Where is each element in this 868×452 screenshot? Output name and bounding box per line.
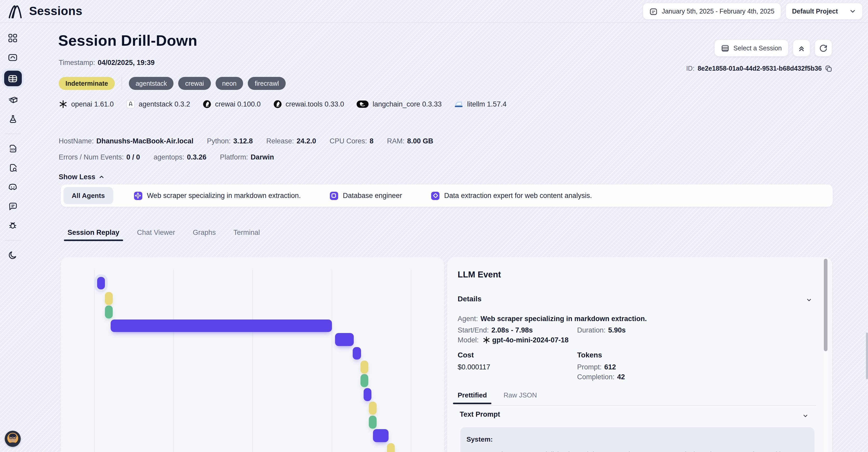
replay-event-bar[interactable] [369,401,377,415]
agent-filter-data-extraction[interactable]: Data extraction expert for web content a… [431,191,592,200]
dark-mode-toggle[interactable] [4,247,22,263]
replay-event-bar[interactable] [369,416,377,429]
replay-event-bar[interactable] [387,443,395,452]
replay-event-bar[interactable] [353,347,361,360]
completion-tokens-row: Completion:42 [577,373,625,381]
tab-raw-json[interactable]: Raw JSON [504,391,537,404]
session-drilldown-page: Sessions January 5th, 2025 - February 4t… [0,0,868,452]
tab-terminal[interactable]: Terminal [234,229,260,241]
agents-filter-bar: All Agents Web scraper specializing in m… [61,184,833,207]
doc-file-icon: DOC [7,143,18,154]
sidebar-item-overview[interactable] [4,49,22,65]
date-range-picker[interactable]: January 5th, 2025 - February 4th, 2025 [643,3,781,20]
calendar-icon [649,7,658,15]
agent-filter-web-scraper[interactable]: Web scraper specializing in markdown ext… [134,191,301,200]
app-title: Sessions [29,4,82,18]
project-label: Default Project [792,7,838,15]
tokens-label: Tokens [577,351,602,359]
timestamp-value: 04/02/2025, 19:39 [98,59,155,66]
id-label: ID: [686,65,694,72]
agent-square-icon [330,191,338,200]
page-title: Session Drill-Down [58,32,197,49]
details-chevron-down-icon[interactable] [806,297,812,303]
copy-icon[interactable] [825,65,832,72]
replay-event-bar[interactable] [335,333,354,346]
discord-icon [7,182,18,192]
sidebar-item-dashboard[interactable] [4,30,22,46]
sidebar-item-logs-search[interactable] [4,160,22,176]
tab-chat-viewer[interactable]: Chat Viewer [137,229,175,241]
package-litellm: litellm 1.57.4 [454,100,507,108]
replay-chart [61,257,444,452]
tab-graphs[interactable]: Graphs [193,229,216,241]
sidebar-item-sessions[interactable] [4,71,22,86]
avatar-photo [5,431,21,447]
packages-row: openai 1.61.0 agentstack 0.3.2 crewai 0.… [59,100,506,109]
cost-value: $0.000117 [458,363,490,371]
project-select[interactable]: Default Project [785,3,863,20]
tags-row: Indeterminate agentstack crewai neon fir… [59,77,286,90]
litellm-train-icon [454,100,464,108]
session-replay-chart-card [61,257,444,452]
replay-event-bar[interactable] [364,388,371,401]
session-id-line: ID: 8e2e1858-01a0-44d2-9531-b68d432f5b36 [686,65,832,72]
package-crewai: crewai 0.100.0 [203,100,261,109]
sidebar-item-feedback[interactable] [4,199,22,214]
replay-event-bar[interactable] [105,292,113,305]
session-tag: firecrawl [248,77,286,90]
agent-filter-database-engineer[interactable]: Database engineer [330,191,402,200]
replay-event-bar[interactable] [361,361,368,373]
duration-row: Duration:5.90s [577,326,626,334]
package-box-icon [7,95,18,105]
sidebar-item-docs[interactable]: DOC [4,141,22,156]
sidebar-item-bug-report[interactable] [4,218,22,233]
replay-event-bar[interactable] [97,277,105,290]
view-tabs: Prettified Raw JSON [458,391,537,404]
show-less-toggle[interactable]: Show Less [59,173,105,181]
replay-event-bar[interactable] [105,305,113,319]
timestamp-line: Timestamp:04/02/2025, 19:39 [59,59,155,66]
prompt-tokens-row: Prompt:612 [577,363,616,371]
system-label: System: [466,435,808,443]
grid-icon [8,33,18,43]
agent-diamond-icon [431,191,439,200]
left-sidebar: DOC [0,23,26,452]
event-panel-scrollbar-thumb[interactable] [824,259,828,351]
session-tag: neon [215,77,243,90]
chat-bubble-icon [7,201,18,211]
system-info-row-1: HostName:Dhanushs-MacBook-Air.local Pyth… [59,137,433,145]
select-session-button[interactable]: Select a Session [714,39,788,57]
event-title: LLM Event [458,270,501,279]
tab-prettified[interactable]: Prettified [458,391,487,404]
user-avatar[interactable] [5,431,21,447]
timestamp-label: Timestamp: [59,59,95,66]
text-prompt-chevron-down-icon[interactable] [802,413,809,419]
tab-session-replay[interactable]: Session Replay [67,229,120,241]
double-chevron-up-icon [798,44,805,52]
replay-event-bar[interactable] [361,374,368,387]
agentstack-icon [126,100,135,109]
top-header: Sessions January 5th, 2025 - February 4t… [0,0,868,23]
brand[interactable]: Sessions [6,2,82,20]
system-info-row-2: Errors / Num Events:0 / 0 agentops:0.3.2… [59,153,274,161]
refresh-button[interactable] [814,39,832,57]
date-range-label: January 5th, 2025 - February 4th, 2025 [662,7,775,15]
sidebar-item-experiments[interactable] [4,111,22,127]
collapse-button[interactable] [793,39,810,57]
sidebar-item-deploy[interactable] [4,92,22,108]
view-tabs-border [458,405,816,406]
package-openai: openai 1.61.0 [59,100,114,109]
agent-cross-icon [134,191,142,200]
sidebar-item-discord[interactable] [4,179,22,195]
agent-row: Agent:Web scraper specializing in markdo… [458,315,647,323]
session-tag: agentstack [129,77,174,90]
package-crewai-tools: crewai.tools 0.33.0 [273,100,344,109]
crewai-tools-icon [273,100,282,109]
model-row: Model: gpt-4o-mini-2024-07-18 [458,336,568,344]
replay-event-bar[interactable] [111,320,332,332]
replay-event-bar[interactable] [373,429,389,442]
svg-text:DOC: DOC [10,148,16,151]
all-agents-chip[interactable]: All Agents [63,187,113,204]
page-scrollbar-thumb[interactable] [866,332,868,379]
sidebar-divider [5,240,21,241]
